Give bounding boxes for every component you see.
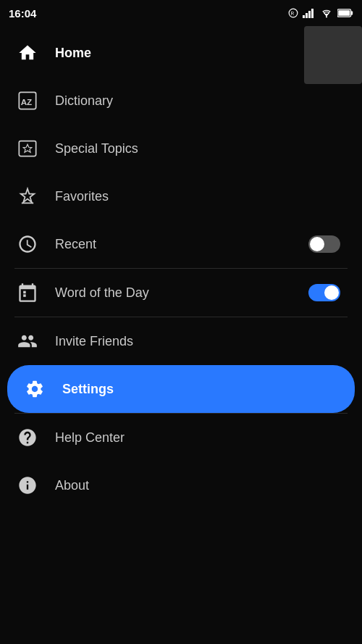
sidebar-item-about[interactable]: About [0,461,362,509]
star-list-icon [14,183,41,209]
status-icons: R [288,8,353,18]
svg-rect-16 [23,291,26,294]
sidebar-item-label: Word of the Day [55,285,149,301]
sidebar-item-help-center[interactable]: Help Center [0,414,362,461]
az-icon: AZ [14,88,41,114]
calendar-icon [14,280,41,306]
svg-rect-9 [338,10,350,16]
star-badge-icon [14,135,41,162]
word-of-day-toggle[interactable] [308,284,340,301]
svg-marker-14 [21,189,35,203]
status-time: 16:04 [9,7,36,20]
clock-icon [14,231,41,257]
toggle-switch[interactable] [308,284,340,301]
svg-rect-3 [306,13,308,18]
info-icon [14,472,41,498]
sidebar-item-dictionary[interactable]: AZ Dictionary [0,77,362,125]
recent-toggle[interactable] [308,235,340,253]
sidebar-item-word-of-day[interactable]: Word of the Day [0,269,362,317]
question-icon [14,425,41,451]
sidebar-item-special-topics[interactable]: Special Topics [0,125,362,172]
svg-rect-8 [351,11,353,14]
svg-rect-4 [308,11,311,18]
sidebar-item-label: Home [55,46,91,61]
nav-menu: Home AZ Dictionary Special Topics [0,29,362,509]
sidebar-item-label: Favorites [55,189,109,204]
battery-icon [337,9,353,17]
svg-point-6 [326,16,327,17]
toggle-thumb [310,237,324,251]
sidebar-item-invite-friends[interactable]: Invite Friends [0,317,362,365]
sidebar-item-favorites[interactable]: Favorites [0,172,362,220]
registered-icon: R [288,8,298,18]
sidebar-item-label: Special Topics [55,141,138,156]
signal-icon [303,8,316,18]
sidebar-item-recent[interactable]: Recent [0,220,362,268]
gear-icon [22,376,48,402]
toggle-switch[interactable] [308,235,340,253]
svg-rect-12 [19,141,35,156]
toggle-thumb [324,285,339,300]
sidebar-item-settings[interactable]: Settings [7,365,355,413]
sidebar-item-label: Invite Friends [55,334,133,349]
sidebar-item-label: Dictionary [55,93,113,109]
svg-rect-17 [23,294,26,297]
svg-rect-5 [311,9,313,18]
wifi-icon [320,8,333,18]
svg-text:AZ: AZ [21,97,33,106]
sidebar-item-label: Recent [55,237,96,252]
status-bar: 16:04 R [0,0,362,26]
people-icon [14,328,41,354]
sidebar-item-label: Help Center [55,430,125,446]
sidebar-item-label: About [55,478,89,493]
svg-marker-13 [23,144,32,152]
sidebar-item-label: Settings [62,382,114,397]
sidebar-item-home[interactable]: Home [0,29,362,77]
svg-text:R: R [291,11,295,16]
home-icon [14,40,41,66]
svg-rect-2 [303,15,305,18]
